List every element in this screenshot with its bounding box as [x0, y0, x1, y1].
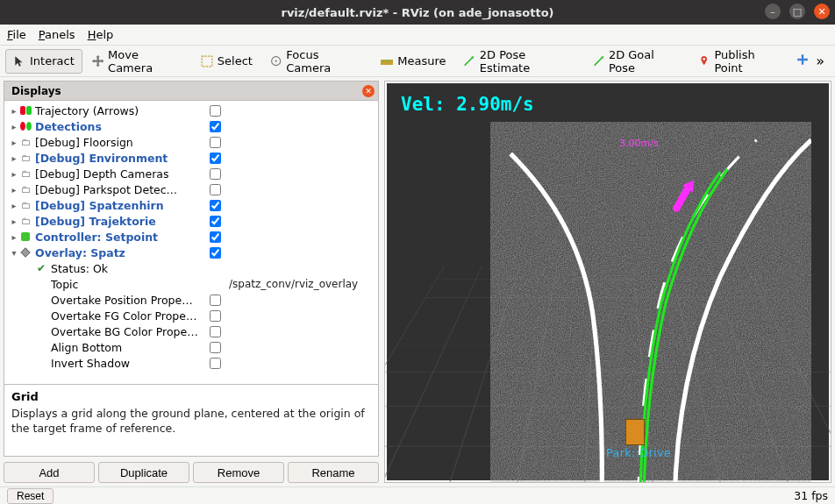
expander-icon[interactable]: ▸	[10, 106, 18, 116]
expander-icon[interactable]: ▸	[10, 232, 18, 242]
visibility-checkbox[interactable]	[210, 137, 221, 148]
visibility-checkbox[interactable]	[210, 121, 221, 132]
menu-file[interactable]: File	[7, 28, 26, 41]
minimize-button[interactable]: –	[765, 4, 781, 19]
folder-icon: 🗀	[18, 215, 32, 227]
tree-row[interactable]: Topic/spatz_conv/rviz_overlay	[4, 276, 378, 292]
tree-item-label: Overtake BG Color Prope…	[51, 325, 210, 338]
visibility-checkbox[interactable]	[210, 358, 221, 369]
visibility-checkbox[interactable]	[210, 342, 221, 353]
menubar: File Panels Help	[0, 25, 835, 46]
tree-row[interactable]: ▸Trajectory (Arrows)	[4, 103, 378, 118]
visibility-checkbox[interactable]	[210, 184, 221, 195]
expander-icon[interactable]: ▾	[10, 248, 18, 258]
reset-button[interactable]: Reset	[7, 488, 54, 504]
tool-select-label: Select	[218, 54, 253, 67]
titlebar: rviz/default.rviz* - RViz (on ade_jonaso…	[0, 0, 835, 25]
expander-icon[interactable]: ▸	[10, 217, 18, 226]
tree-row[interactable]: Overtake Position Prope…	[4, 292, 378, 308]
tree-row[interactable]: Overtake BG Color Prope…	[4, 323, 378, 339]
expander-icon[interactable]: ▸	[10, 138, 18, 147]
tree-row[interactable]: ▸Detections	[4, 118, 378, 134]
visibility-checkbox[interactable]	[210, 326, 221, 337]
duplicate-button[interactable]: Duplicate	[98, 462, 189, 483]
tool-focus-camera-label: Focus Camera	[286, 48, 363, 75]
tree-row[interactable]: Overtake FG Color Prope…	[4, 308, 378, 323]
tree-row[interactable]: ▸🗀[Debug] Depth Cameras	[4, 166, 378, 181]
toolbar: Interact Move Camera Select Focus Camera…	[0, 46, 835, 77]
tree-row[interactable]: Invert Shadow	[4, 355, 378, 371]
expander-icon[interactable]: ▸	[10, 153, 18, 163]
select-icon	[201, 55, 213, 67]
tool-interact-label: Interact	[30, 54, 75, 67]
tree-item-label: Overtake Position Prope…	[51, 294, 210, 307]
visibility-checkbox[interactable]	[210, 247, 221, 259]
speed-marker-label: 3.00m/s	[619, 138, 659, 149]
tree-row[interactable]: ▸🗀[Debug] Floorsign	[4, 134, 378, 150]
blank-icon	[34, 325, 48, 337]
check-icon: ✔	[34, 262, 48, 274]
tree-item-label: Invert Shadow	[51, 357, 210, 370]
arrows-icon	[18, 104, 32, 117]
cursor-icon	[13, 55, 25, 67]
tree-item-label: Overlay: Spatz	[35, 246, 210, 259]
tree-row[interactable]: ▸🗀[Debug] Environment	[4, 150, 378, 166]
menu-help[interactable]: Help	[88, 28, 114, 41]
expander-icon[interactable]: ▸	[10, 122, 18, 131]
pin-icon	[698, 55, 710, 67]
visibility-checkbox[interactable]	[210, 105, 221, 117]
visibility-checkbox[interactable]	[210, 310, 221, 322]
tool-pose-estimate[interactable]: 2D Pose Estimate	[455, 49, 582, 74]
remove-button[interactable]: Remove	[193, 462, 284, 483]
ruler-icon	[381, 55, 393, 67]
arrow-green-icon	[463, 55, 475, 67]
menu-panels[interactable]: Panels	[39, 28, 75, 41]
tree-row[interactable]: ▾Overlay: Spatz	[4, 245, 378, 260]
tool-focus-camera[interactable]: Focus Camera	[262, 49, 371, 74]
tree-item-label: [Debug] Environment	[35, 152, 210, 165]
visibility-checkbox[interactable]	[210, 216, 221, 227]
tree-row[interactable]: ✔Status: Ok	[4, 260, 378, 276]
toolbar-overflow[interactable]: »	[810, 53, 830, 69]
tool-select[interactable]: Select	[193, 49, 260, 74]
folder-icon: 🗀	[18, 136, 32, 148]
expander-icon[interactable]: ▸	[10, 185, 18, 195]
add-tool-icon[interactable]	[796, 53, 809, 68]
expander-icon[interactable]: ▸	[10, 169, 18, 179]
tree-item-label: [Debug] Spatzenhirn	[35, 199, 210, 212]
description-body: Displays a grid along the ground plane, …	[11, 407, 371, 437]
svg-point-2	[275, 60, 276, 61]
tree-row[interactable]: ▸🗀[Debug] Spatzenhirn	[4, 197, 378, 213]
tool-move-camera[interactable]: Move Camera	[84, 49, 191, 74]
tree-row[interactable]: Align Bottom	[4, 339, 378, 355]
tool-goal-pose[interactable]: 2D Goal Pose	[585, 49, 689, 74]
panel-close-button[interactable]: ✕	[362, 85, 375, 97]
rename-button[interactable]: Rename	[288, 462, 379, 483]
add-button[interactable]: Add	[4, 462, 95, 483]
tree-item-label: Status: Ok	[51, 262, 210, 275]
tool-pose-estimate-label: 2D Pose Estimate	[480, 48, 575, 75]
visibility-checkbox[interactable]	[210, 153, 221, 164]
blank-icon	[34, 309, 48, 322]
maximize-button[interactable]: □	[789, 4, 805, 19]
expander-icon[interactable]: ▸	[10, 201, 18, 210]
close-button[interactable]: ✕	[814, 4, 830, 19]
blank-icon	[34, 278, 48, 290]
visibility-checkbox[interactable]	[210, 231, 221, 243]
folder-icon: 🗀	[18, 199, 32, 211]
tree-item-label: Topic	[51, 278, 210, 291]
visibility-checkbox[interactable]	[210, 295, 221, 306]
tree-row[interactable]: ▸🗀[Debug] Parkspot Detec…	[4, 181, 378, 197]
tree-item-label: Controller: Setpoint	[35, 231, 210, 244]
tool-measure[interactable]: Measure	[373, 49, 453, 74]
displays-panel-header[interactable]: Displays ✕	[4, 81, 379, 100]
tool-interact[interactable]: Interact	[5, 49, 82, 74]
tool-publish-point[interactable]: Publish Point	[690, 49, 791, 74]
visibility-checkbox[interactable]	[210, 200, 221, 211]
3d-view[interactable]: Vel: 2.90m/s 3.00m/s Park::Drive	[384, 81, 831, 483]
tree-row[interactable]: ▸🗀[Debug] Trajektorie	[4, 213, 378, 229]
tool-measure-label: Measure	[397, 54, 446, 67]
visibility-checkbox[interactable]	[210, 168, 221, 180]
tree-row[interactable]: ▸Controller: Setpoint	[4, 229, 378, 245]
tree-item-label: [Debug] Floorsign	[35, 136, 210, 149]
